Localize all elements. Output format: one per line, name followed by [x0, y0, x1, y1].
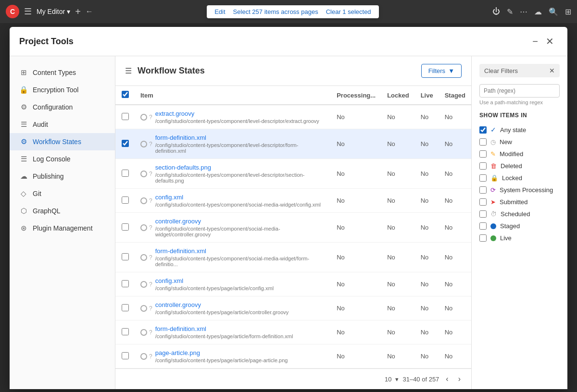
select-all-checkbox[interactable] [122, 91, 129, 98]
back-button[interactable]: ← [86, 7, 93, 16]
sidebar-item-log-console[interactable]: ☰ Log Console [10, 150, 115, 168]
row-path-0: /config/studio/content-types/component/l… [155, 118, 319, 124]
modified-checkbox[interactable] [479, 150, 487, 158]
row-name-5[interactable]: form-definition.xml [155, 247, 326, 255]
row-locked-0: No [381, 105, 415, 129]
clear-filters-button[interactable]: Clear Filters ✕ [479, 64, 560, 77]
row-name-1[interactable]: form-definition.xml [155, 134, 326, 141]
row-checkbox-5[interactable] [122, 253, 129, 260]
filter-system-processing[interactable]: ⟳ System Processing [479, 184, 560, 196]
row-checkbox-8[interactable] [122, 328, 129, 335]
scheduled-checkbox[interactable] [479, 210, 487, 218]
add-button[interactable]: + [75, 6, 81, 17]
locked-checkbox[interactable] [479, 174, 487, 182]
row-status-icons-3: ? [140, 197, 152, 204]
path-regex-input[interactable] [479, 84, 560, 98]
filter-scheduled[interactable]: ⏱ Scheduled [479, 208, 560, 220]
circle-icon-3 [140, 197, 147, 204]
cloud-icon[interactable]: ☁ [534, 7, 542, 16]
row-name-9[interactable]: page-article.png [155, 349, 288, 356]
sidebar-item-configuration[interactable]: ⚙ Configuration [10, 98, 115, 116]
live-dot-icon [490, 235, 496, 241]
clear-selected-link[interactable]: Clear 1 selected [326, 8, 371, 15]
row-checkbox-1[interactable] [122, 140, 129, 147]
row-checkbox-2[interactable] [122, 170, 129, 177]
row-checkbox-cell-2[interactable] [115, 159, 135, 189]
live-checkbox[interactable] [479, 234, 487, 242]
edit-link[interactable]: Edit [214, 8, 225, 15]
filter-any-state[interactable]: ✓ Any state [479, 123, 560, 136]
row-checkbox-7[interactable] [122, 304, 129, 311]
power-icon[interactable]: ⏻ [492, 7, 500, 16]
filter-locked[interactable]: 🔒 Locked [479, 172, 560, 184]
content-hamburger-icon[interactable]: ☰ [125, 66, 132, 75]
row-checkbox-0[interactable] [122, 113, 129, 120]
sidebar-item-publishing[interactable]: ☁ Publishing [10, 168, 115, 185]
row-checkbox-cell-9[interactable] [115, 344, 135, 368]
minimize-button[interactable]: − [528, 34, 542, 49]
sidebar-item-graphql[interactable]: ⬡ GraphQL [10, 202, 115, 220]
row-locked-8: No [381, 320, 415, 344]
clear-filters-x-icon[interactable]: ✕ [549, 67, 555, 74]
question-icon-5: ? [149, 254, 152, 261]
filter-modified[interactable]: ✎ Modified [479, 148, 560, 160]
edit-icon[interactable]: ✎ [507, 7, 513, 16]
filter-new[interactable]: ◷ New [479, 136, 560, 148]
circle-icon-7 [140, 305, 147, 312]
sidebar-item-plugin-management[interactable]: ⊛ Plugin Management [10, 220, 115, 237]
row-checkbox-cell-8[interactable] [115, 320, 135, 344]
staged-checkbox[interactable] [479, 222, 487, 230]
filter-submitted[interactable]: ➤ Submitted [479, 196, 560, 208]
row-name-6[interactable]: config.xml [155, 277, 274, 284]
new-checkbox[interactable] [479, 138, 487, 146]
row-checkbox-cell-7[interactable] [115, 296, 135, 320]
sidebar-item-content-types[interactable]: ⊞ Content Types [10, 64, 115, 81]
any-state-checkbox[interactable] [479, 126, 487, 134]
table-row: ? extract.groovy /config/studio/content-… [115, 105, 471, 129]
filter-staged[interactable]: Staged [479, 220, 560, 232]
menu-icon[interactable]: ☰ [24, 6, 32, 17]
row-live-1: No [415, 129, 439, 159]
question-icon-2: ? [149, 171, 152, 177]
select-all-text[interactable]: Select 257 items across pages [233, 8, 318, 15]
per-page-label: 10 [385, 376, 391, 383]
row-name-8[interactable]: form-definition.xml [155, 325, 293, 332]
table-row: ? form-definition.xml /config/studio/con… [115, 243, 471, 272]
close-button[interactable]: ✕ [542, 34, 558, 49]
grid-icon[interactable]: ⊞ [565, 7, 571, 16]
row-checkbox-cell-0[interactable] [115, 105, 135, 129]
next-page-button[interactable]: › [455, 374, 464, 384]
row-checkbox-6[interactable] [122, 280, 129, 287]
editor-selector[interactable]: My Editor ▾ [37, 8, 70, 15]
select-all-checkbox-header[interactable] [115, 86, 135, 105]
search-icon[interactable]: 🔍 [549, 7, 558, 16]
row-checkbox-cell-1[interactable] [115, 129, 135, 159]
filter-live[interactable]: Live [479, 232, 560, 244]
row-checkbox-cell-5[interactable] [115, 243, 135, 272]
row-checkbox-cell-4[interactable] [115, 213, 135, 243]
row-processing-5: No [331, 243, 381, 272]
row-checkbox-3[interactable] [122, 196, 129, 204]
row-staged-1: No [439, 129, 471, 159]
row-checkbox-4[interactable] [122, 223, 129, 231]
prev-page-button[interactable]: ‹ [443, 374, 451, 384]
sidebar-item-git[interactable]: ◇ Git [10, 185, 115, 202]
sidebar-item-encryption-tool[interactable]: 🔒 Encryption Tool [10, 81, 115, 98]
row-name-7[interactable]: controller.groovy [155, 301, 289, 308]
filter-deleted[interactable]: 🗑 Deleted [479, 160, 560, 172]
row-checkbox-cell-3[interactable] [115, 189, 135, 213]
deleted-checkbox[interactable] [479, 162, 487, 170]
row-locked-2: No [381, 159, 415, 189]
sidebar-item-workflow-states[interactable]: ⚙ Workflow States [10, 133, 115, 150]
row-name-0[interactable]: extract.groovy [155, 110, 319, 117]
filters-button[interactable]: Filters ▼ [421, 64, 462, 78]
row-checkbox-cell-6[interactable] [115, 272, 135, 296]
row-name-4[interactable]: controller.groovy [155, 218, 326, 225]
sidebar-item-audit[interactable]: ☰ Audit [10, 116, 115, 133]
row-checkbox-9[interactable] [122, 352, 129, 359]
row-name-2[interactable]: section-defaults.png [155, 164, 326, 171]
system-processing-checkbox[interactable] [479, 186, 487, 194]
submitted-checkbox[interactable] [479, 198, 487, 206]
apps-icon[interactable]: ⋯ [520, 7, 527, 16]
row-name-3[interactable]: config.xml [155, 194, 321, 201]
